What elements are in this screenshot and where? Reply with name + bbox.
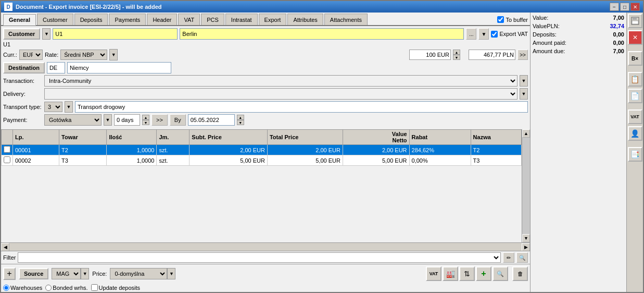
- destination-name-field[interactable]: [67, 62, 171, 74]
- transport-name-field[interactable]: [75, 101, 528, 113]
- col-lp: Lp.: [13, 130, 59, 145]
- days-down[interactable]: ▼: [142, 120, 149, 125]
- minimize-button[interactable]: −: [610, 3, 619, 11]
- row-value-netto: 2,00 EUR: [343, 145, 409, 155]
- transfer-button[interactable]: ⇅: [459, 266, 475, 281]
- amount-up[interactable]: ▲: [453, 50, 460, 55]
- close-button[interactable]: ✕: [630, 3, 640, 11]
- tab-deposits[interactable]: Deposits: [74, 14, 108, 25]
- horizontal-scrollbar[interactable]: ◀ ▶: [1, 242, 530, 251]
- tab-general[interactable]: General: [3, 14, 36, 26]
- expand-button[interactable]: >>: [517, 50, 528, 60]
- tab-intrastat[interactable]: Intrastat: [225, 14, 258, 25]
- source-button[interactable]: Source: [19, 268, 48, 279]
- table-row[interactable]: 00002 T3 1,0000 szt. 5,00 EUR 5,00 EUR 5…: [2, 155, 522, 166]
- mag-select[interactable]: MAG: [52, 268, 81, 279]
- add-item-button[interactable]: +: [3, 267, 16, 280]
- warehouse-row: Warehouses Bonded wrhs. Update deposits: [1, 283, 530, 292]
- transport-dropdown[interactable]: ▼: [65, 101, 73, 113]
- tab-customer[interactable]: Customer: [37, 14, 73, 25]
- export-vat-checkbox[interactable]: [491, 31, 498, 38]
- vertical-scrollbar[interactable]: ▲ ▼: [522, 129, 530, 242]
- vat-sidebar-button[interactable]: VAT: [628, 109, 642, 124]
- currency-select[interactable]: EUR: [19, 50, 43, 60]
- days-up[interactable]: ▲: [142, 115, 149, 120]
- destination-button[interactable]: Destination: [3, 62, 45, 74]
- date-down[interactable]: ▼: [237, 120, 244, 125]
- hscroll-track[interactable]: [9, 243, 522, 251]
- bx-sidebar-button[interactable]: B×: [628, 51, 642, 66]
- amount-field[interactable]: [409, 50, 451, 60]
- transport-code-select[interactable]: 3: [44, 102, 62, 112]
- add-button[interactable]: +: [476, 266, 491, 281]
- warehouse-icon-button[interactable]: 🏭: [443, 266, 458, 281]
- maximize-button[interactable]: □: [620, 3, 629, 11]
- rate-label: Rate:: [45, 52, 58, 58]
- scroll-left-button[interactable]: ◀: [1, 243, 9, 251]
- table-row[interactable]: 00001 T2 1,0000 szt. 2,00 EUR 2,00 EUR 2…: [2, 145, 522, 155]
- rate-select[interactable]: Średni NBP: [60, 50, 107, 60]
- tab-attributes[interactable]: Attributes: [287, 14, 323, 25]
- customer-button[interactable]: Customer: [3, 28, 40, 40]
- customer-code-field[interactable]: [53, 28, 178, 40]
- to-buffer-checkbox[interactable]: [497, 16, 504, 23]
- warehouses-radio[interactable]: [3, 285, 9, 291]
- scroll-up-button[interactable]: ▲: [522, 129, 530, 138]
- transaction-select[interactable]: Intra-Community: [44, 75, 517, 87]
- save-sidebar-button[interactable]: [628, 14, 642, 28]
- col-subt-price: Subt. Price: [190, 130, 268, 145]
- payment-method-select[interactable]: Gotówka: [44, 114, 102, 126]
- filter-clear-button[interactable]: 🔍: [516, 252, 528, 263]
- paste-sidebar-button[interactable]: 📄: [628, 89, 642, 103]
- tab-pcs[interactable]: PCS: [201, 14, 224, 25]
- customer-search-button[interactable]: ...: [466, 28, 476, 40]
- date-up[interactable]: ▲: [237, 115, 244, 120]
- scroll-track[interactable]: [522, 138, 530, 234]
- doc-sidebar-button[interactable]: 📑: [628, 147, 642, 162]
- payment-date-field[interactable]: [188, 114, 235, 126]
- tab-attachments[interactable]: Attachments: [324, 14, 368, 25]
- person-sidebar-button[interactable]: 👤: [628, 126, 642, 141]
- tab-payments[interactable]: Payments: [109, 14, 146, 25]
- customer-row: Customer ▼ ... ▼ Export VAT: [3, 28, 528, 40]
- delivery-select[interactable]: [44, 88, 517, 100]
- price-select[interactable]: 0-domyślna: [110, 268, 167, 279]
- close-sidebar-button[interactable]: ✕: [628, 30, 642, 45]
- payment-dropdown[interactable]: ▼: [104, 114, 112, 126]
- row-checkbox[interactable]: [2, 145, 13, 155]
- table-container[interactable]: Lp. Towar Ilość Jm. Subt. Price Total Pr…: [1, 129, 522, 242]
- customer-extra-button[interactable]: ▼: [478, 28, 489, 40]
- update-deposits-checkbox[interactable]: [91, 284, 98, 291]
- customer-name-field[interactable]: [180, 28, 464, 40]
- copy-sidebar-button[interactable]: 📋: [628, 72, 642, 87]
- scroll-right-button[interactable]: ▶: [522, 243, 530, 251]
- price-dropdown-arrow[interactable]: ▼: [167, 268, 175, 279]
- row-rabat: 0,00%: [409, 155, 471, 166]
- tab-header[interactable]: Header: [147, 14, 177, 25]
- filter-select[interactable]: [18, 252, 501, 263]
- tab-vat[interactable]: VAT: [178, 14, 200, 25]
- amount-paid-row: Amount paid: 0,00: [533, 40, 624, 46]
- payment-days-field[interactable]: [114, 114, 140, 126]
- bonded-radio[interactable]: [45, 285, 52, 291]
- delete-button[interactable]: 🗑: [512, 266, 528, 281]
- mag-dropdown-arrow[interactable]: ▼: [81, 268, 89, 279]
- rate-dropdown[interactable]: ▼: [109, 49, 118, 60]
- destination-code-field[interactable]: [47, 62, 65, 74]
- vat-button[interactable]: VAT: [426, 266, 441, 281]
- customer-dropdown-arrow[interactable]: ▼: [42, 28, 50, 40]
- value-amount: 7,00: [598, 15, 624, 21]
- scroll-down-button[interactable]: ▼: [522, 234, 530, 242]
- payment-arrow-button[interactable]: >>: [151, 114, 168, 126]
- value-field[interactable]: [469, 50, 515, 60]
- row-checkbox[interactable]: [2, 155, 13, 166]
- search-button[interactable]: 🔍: [493, 266, 508, 281]
- tab-export[interactable]: Export: [259, 14, 287, 25]
- to-buffer-label: To buffer: [497, 16, 528, 23]
- amount-down[interactable]: ▼: [453, 55, 460, 60]
- delivery-dropdown[interactable]: ▼: [520, 88, 528, 100]
- filter-edit-button[interactable]: ✏: [503, 252, 514, 263]
- payment-by-button[interactable]: By: [170, 114, 186, 126]
- export-vat-label: Export VAT: [491, 31, 528, 38]
- transaction-dropdown[interactable]: ▼: [520, 75, 528, 87]
